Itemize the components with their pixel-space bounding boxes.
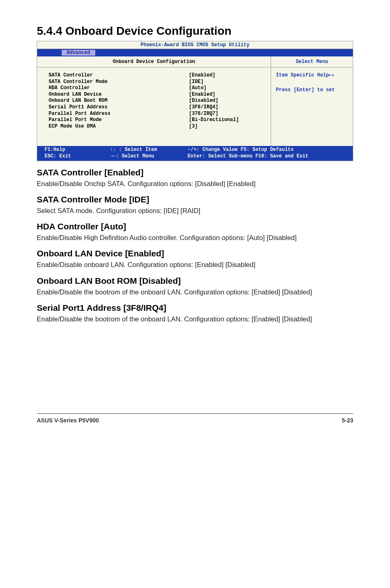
footer-page-number: 5-23 xyxy=(342,417,353,424)
subsection-heading: Onboard LAN Device [Enabled] xyxy=(37,249,353,258)
bios-footer-key: -/+: Change Value F5: Setup Defaults xyxy=(188,147,345,153)
page-footer: ASUS V-Series P5V900 5-23 xyxy=(37,413,353,424)
subsection-body: Enable/Disable High Definition Audio con… xyxy=(37,233,353,242)
bios-setting-values: [Enabled] [IDE] [Auto] [Enabled] [Disabl… xyxy=(189,72,262,130)
bios-main-panel: Onboard Device Configuration SATA Contro… xyxy=(37,56,271,146)
bios-row-value: [Disabled] xyxy=(189,98,262,104)
bios-help-line: Press [Enter] to set xyxy=(276,86,348,94)
footer-product: ASUS V-Series P5V900 xyxy=(37,417,99,424)
subsection-body: Enable/Disable onboard LAN. Configuratio… xyxy=(37,260,353,269)
bios-footer-key: F1:Help xyxy=(45,147,110,153)
bios-screenshot: Phoenix-Award BIOS CMOS Setup Utility Ad… xyxy=(37,41,353,161)
subsection-body: Enable/Disable the bootrom of the onboar… xyxy=(37,314,353,323)
bios-row-value: [IDE] xyxy=(189,79,262,85)
bios-row-value: [3F8/IRQ4] xyxy=(189,104,262,111)
bios-row-label: Onboard LAN Device xyxy=(49,92,189,98)
bios-footer-key: ESC: Exit xyxy=(45,153,110,160)
subsection-heading: SATA Controller Mode [IDE] xyxy=(37,195,353,204)
bios-row-value: [Enabled] xyxy=(189,92,262,98)
subsection-body: Enable/Disable Onchip SATA. Configuratio… xyxy=(37,179,353,188)
bios-tab-advanced: Advanced xyxy=(62,50,95,56)
bios-row-label: Onboard LAN Boot ROM xyxy=(49,98,189,104)
bios-panel-title: Onboard Device Configuration xyxy=(37,56,271,67)
bios-row-label: SATA Controller Mode xyxy=(49,79,189,85)
bios-row-label: SATA Controller xyxy=(49,72,189,79)
subsection-body: Enable/Disable the bootrom of the onboar… xyxy=(37,287,353,296)
bios-footer-key: →←: Select Menu xyxy=(110,153,188,160)
bios-tab-bar: Advanced xyxy=(37,49,353,56)
bios-row-value: [378/IRQ7] xyxy=(189,111,262,117)
bios-help-panel: Select Menu Item Specific Help▸▸ Press [… xyxy=(271,56,353,146)
bios-help-title: Select Menu xyxy=(271,56,353,67)
bios-row-label: ECP Mode Use DMA xyxy=(49,123,189,130)
bios-row-label: Parallel Port Mode xyxy=(49,117,189,123)
subsection-heading: Onboard LAN Boot ROM [Disabled] xyxy=(37,276,353,286)
bios-title: Phoenix-Award BIOS CMOS Setup Utility xyxy=(37,41,353,49)
bios-footer-key: ↑↓ : Select Item xyxy=(110,147,188,153)
bios-row-label: HDA Controller xyxy=(49,85,189,92)
bios-row-label: Serial Port1 Address xyxy=(49,104,189,111)
bios-setting-labels: SATA Controller SATA Controller Mode HDA… xyxy=(49,72,189,130)
section-heading: 5.4.4 Onboard Device Configuration xyxy=(37,25,353,38)
bios-help-line: Item Specific Help▸▸ xyxy=(276,72,348,79)
subsection-heading: SATA Controller [Enabled] xyxy=(37,168,353,177)
bios-footer-bar: F1:Help ESC: Exit ↑↓ : Select Item →←: S… xyxy=(37,146,353,160)
bios-row-value: [Auto] xyxy=(189,85,262,92)
subsection-heading: Serial Port1 Address [3F8/IRQ4] xyxy=(37,303,353,313)
subsection-heading: HDA Controller [Auto] xyxy=(37,222,353,231)
bios-footer-key: Enter: Select Sub-menu F10: Save and Exi… xyxy=(188,153,345,160)
bios-row-value: [Bi-Directiional] xyxy=(189,117,262,123)
bios-row-value: [3] xyxy=(189,123,262,130)
subsection-body: Select SATA mode. Configuration options:… xyxy=(37,206,353,215)
bios-row-value: [Enabled] xyxy=(189,72,262,79)
bios-row-label: Parallel Port Address xyxy=(49,111,189,117)
